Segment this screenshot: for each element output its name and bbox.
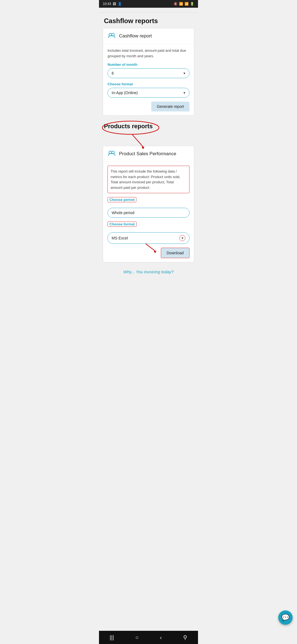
chevron-down-icon: ▾ [183, 71, 185, 75]
cashflow-card-body: Includes total invoiced, amount paid and… [103, 44, 194, 115]
cashflow-card-title: Cashflow report [119, 33, 152, 39]
choose-period-label: Choose period [108, 197, 136, 202]
chevron-down-icon-2: ▾ [183, 91, 185, 95]
choose-format-products-label: Choose format [108, 222, 137, 227]
cashflow-icon [108, 32, 116, 40]
battery-icon: 🔋 [190, 2, 194, 6]
svg-line-3 [132, 134, 143, 147]
products-card: Product Sales Performance This report wi… [103, 146, 194, 262]
chevron-down-circled-icon: ▾ [179, 235, 185, 241]
bottom-teaser: Why... You invoicing today? [99, 267, 198, 277]
choose-format-products-select[interactable]: MS Excel ▾ [108, 232, 189, 244]
choose-format-value: In-App (Online) [112, 91, 138, 95]
svg-marker-8 [154, 251, 156, 253]
top-divider [99, 8, 198, 13]
wifi-icon: 📶 [179, 2, 183, 6]
products-icon [108, 150, 116, 158]
status-left: 10:43 🖼 👤 [103, 2, 122, 6]
number-of-month-select[interactable]: 6 ▾ [108, 68, 189, 78]
products-section-title-wrapper: Products reports [99, 120, 198, 132]
choose-format-label: Choose format [108, 82, 189, 86]
status-right: 🔇 📶 📶 🔋 [174, 2, 194, 6]
products-card-body: This report will include the following d… [103, 162, 194, 262]
products-section-title: Products reports [104, 123, 153, 130]
choose-period-value: Whole period [112, 211, 134, 215]
products-card-header: Product Sales Performance [103, 146, 194, 162]
mute-icon: 🔇 [174, 2, 178, 6]
image-icon: 🖼 [113, 2, 116, 6]
number-of-month-label: Number of month [108, 62, 189, 67]
signal-icon: 📶 [185, 2, 189, 6]
page-title: Cashflow reports [99, 13, 198, 28]
svg-line-7 [145, 244, 155, 251]
generate-report-button[interactable]: Generate report [151, 102, 189, 111]
person-icon: 👤 [118, 2, 122, 6]
choose-format-products-value: MS Excel [112, 236, 128, 240]
choose-format-select[interactable]: In-App (Online) ▾ [108, 88, 189, 98]
cashflow-card-header: Cashflow report [103, 28, 194, 44]
products-description: This report will include the following d… [108, 166, 189, 193]
number-of-month-value: 6 [112, 71, 114, 75]
time: 10:43 [103, 2, 111, 6]
products-card-title: Product Sales Performance [119, 151, 176, 157]
download-button[interactable]: Download [161, 248, 189, 258]
status-bar: 10:43 🖼 👤 🔇 📶 📶 🔋 [99, 0, 198, 8]
download-arrow-annotation [143, 242, 159, 253]
choose-period-select[interactable]: Whole period [108, 208, 189, 218]
cashflow-description: Includes total invoiced, amount paid and… [108, 48, 189, 59]
cashflow-card: Cashflow report Includes total invoiced,… [103, 28, 194, 116]
